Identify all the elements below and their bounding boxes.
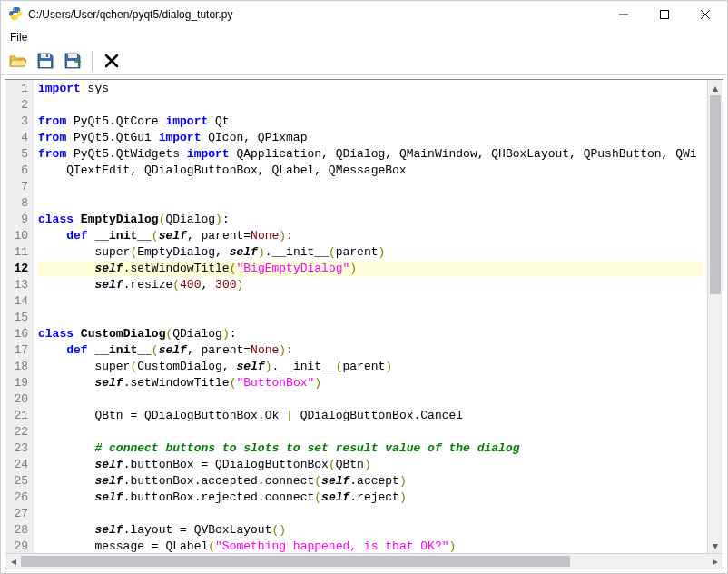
window-title: C:/Users/User/qchen/pyqt5/dialog_tutor.p…: [28, 8, 603, 21]
line-number: 13: [7, 277, 28, 293]
line-number: 4: [7, 130, 28, 146]
line-number: 23: [7, 440, 28, 457]
editor-frame: 1234567891011121314151617181920212223242…: [5, 79, 723, 569]
python-icon: [8, 6, 23, 24]
hscroll-thumb[interactable]: [21, 556, 570, 567]
code-line[interactable]: from PyQt5.QtCore import Qt: [38, 114, 703, 130]
scroll-left-arrow[interactable]: ◂: [5, 554, 21, 569]
open-button[interactable]: [6, 49, 30, 73]
hscroll-track[interactable]: [21, 554, 707, 569]
svg-rect-8: [40, 61, 51, 67]
minimize-button[interactable]: [603, 1, 644, 28]
line-number: 27: [7, 506, 28, 522]
code-line[interactable]: [38, 424, 703, 440]
line-number: 20: [7, 391, 28, 408]
code-line[interactable]: [38, 179, 703, 195]
code-line[interactable]: QTextEdit, QDialogButtonBox, QLabel, QMe…: [38, 163, 703, 179]
code-line[interactable]: QBtn = QDialogButtonBox.Ok | QDialogButt…: [38, 408, 703, 424]
code-line[interactable]: from PyQt5.QtWidgets import QApplication…: [38, 146, 703, 163]
scroll-right-arrow[interactable]: ▸: [707, 554, 723, 569]
vertical-scrollbar[interactable]: ▴ ▾: [707, 80, 723, 553]
line-number: 6: [7, 163, 28, 179]
line-number: 24: [7, 457, 28, 473]
line-number: 10: [7, 228, 28, 244]
save-icon: [35, 51, 55, 71]
editor[interactable]: 1234567891011121314151617181920212223242…: [5, 80, 723, 553]
code-line[interactable]: self.buttonBox = QDialogButtonBox(QBtn): [38, 457, 703, 473]
code-line[interactable]: def __init__(self, parent=None):: [38, 228, 703, 244]
line-number: 19: [7, 375, 28, 391]
save-button[interactable]: [34, 49, 57, 73]
save-as-button[interactable]: [61, 49, 84, 73]
line-number: 22: [7, 424, 28, 440]
code-line[interactable]: [38, 195, 703, 212]
line-number: 12: [7, 261, 28, 277]
code-line[interactable]: def __init__(self, parent=None):: [38, 342, 703, 359]
save-as-icon: [63, 51, 83, 71]
line-number: 5: [7, 146, 28, 163]
code-line[interactable]: self.buttonBox.accepted.connect(self.acc…: [38, 473, 703, 490]
open-folder-icon: [8, 51, 28, 71]
svg-point-0: [14, 7, 15, 8]
line-number: 16: [7, 326, 28, 342]
code-line[interactable]: self.layout = QVBoxLayout(): [38, 522, 703, 539]
line-number: 29: [7, 539, 28, 553]
line-number: 14: [7, 293, 28, 310]
scroll-down-arrow[interactable]: ▾: [708, 538, 723, 553]
line-number: 8: [7, 195, 28, 212]
code-line[interactable]: [38, 310, 703, 326]
code-line[interactable]: self.buttonBox.rejected.connect(self.rej…: [38, 490, 703, 506]
code-line[interactable]: message = QLabel("Something happened, is…: [38, 539, 703, 553]
svg-rect-6: [41, 54, 50, 58]
window-controls: [603, 1, 725, 28]
line-number-gutter: 1234567891011121314151617181920212223242…: [5, 80, 34, 553]
maximize-button[interactable]: [644, 1, 684, 28]
toolbar-separator: [92, 51, 93, 71]
svg-rect-3: [660, 11, 668, 19]
code-line[interactable]: self.setWindowTitle("BigEmptyDialog"): [38, 261, 703, 277]
code-line[interactable]: [38, 293, 703, 310]
code-line[interactable]: class EmptyDialog(QDialog):: [38, 212, 703, 228]
line-number: 2: [7, 97, 28, 114]
svg-rect-9: [68, 54, 77, 58]
code-line[interactable]: # connect buttons to slots to set result…: [38, 440, 703, 457]
vscroll-thumb[interactable]: [710, 95, 721, 294]
code-line[interactable]: self.resize(400, 300): [38, 277, 703, 293]
line-number: 1: [7, 81, 28, 97]
close-button[interactable]: [684, 1, 725, 28]
code-line[interactable]: [38, 97, 703, 114]
menu-file[interactable]: File: [5, 29, 33, 45]
code-line[interactable]: from PyQt5.QtGui import QIcon, QPixmap: [38, 130, 703, 146]
svg-rect-7: [46, 54, 48, 57]
line-number: 17: [7, 342, 28, 359]
code-line[interactable]: class CustomDialog(QDialog):: [38, 326, 703, 342]
toolbar: [1, 46, 727, 75]
code-area[interactable]: import sys from PyQt5.QtCore import Qtfr…: [34, 80, 707, 553]
menubar: File: [1, 28, 727, 46]
clear-button[interactable]: [100, 49, 123, 73]
code-line[interactable]: [38, 506, 703, 522]
scroll-up-arrow[interactable]: ▴: [708, 80, 723, 95]
line-number: 11: [7, 244, 28, 261]
horizontal-scrollbar[interactable]: ◂ ▸: [5, 553, 723, 569]
line-number: 28: [7, 522, 28, 539]
line-number: 25: [7, 473, 28, 490]
line-number: 3: [7, 114, 28, 130]
titlebar: C:/Users/User/qchen/pyqt5/dialog_tutor.p…: [1, 1, 727, 28]
code-line[interactable]: self.setWindowTitle("ButtonBox"): [38, 375, 703, 391]
code-line[interactable]: super(CustomDialog, self).__init__(paren…: [38, 359, 703, 375]
code-line[interactable]: [38, 391, 703, 408]
svg-point-1: [16, 17, 17, 18]
line-number: 15: [7, 310, 28, 326]
vscroll-track[interactable]: [708, 95, 723, 538]
code-line[interactable]: super(EmptyDialog, self).__init__(parent…: [38, 244, 703, 261]
line-number: 26: [7, 490, 28, 506]
line-number: 7: [7, 179, 28, 195]
code-line[interactable]: import sys: [38, 81, 703, 97]
clear-icon: [103, 52, 121, 70]
line-number: 9: [7, 212, 28, 228]
line-number: 21: [7, 408, 28, 424]
line-number: 18: [7, 359, 28, 375]
